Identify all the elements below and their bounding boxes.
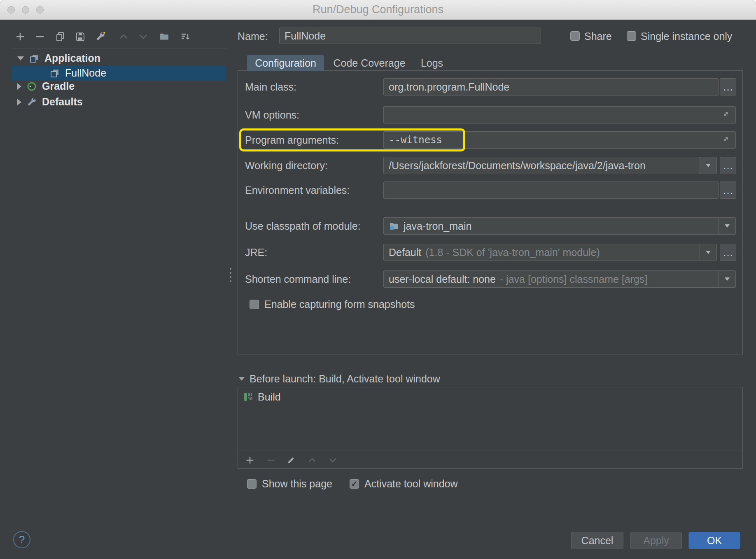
cancel-button[interactable]: Cancel	[571, 532, 623, 549]
before-launch-remove-button[interactable]	[265, 454, 277, 466]
name-label: Name:	[238, 30, 268, 42]
tree-item-defaults[interactable]: Defaults	[12, 94, 226, 109]
move-up-button[interactable]	[116, 29, 131, 44]
classpath-module-dropdown-button[interactable]	[719, 218, 735, 234]
build-item-label: Build	[258, 391, 281, 403]
before-launch-edit-button[interactable]	[285, 454, 297, 466]
before-launch-move-up-button[interactable]	[306, 454, 318, 466]
expand-field-icon[interactable]	[721, 109, 731, 121]
classpath-module-value: java-tron_main	[404, 220, 471, 232]
jre-value-hint: (1.8 - SDK of 'java-tron_main' module)	[425, 247, 600, 259]
copy-configuration-button[interactable]	[52, 29, 68, 44]
caret-down-icon	[725, 224, 730, 228]
remove-configuration-button[interactable]	[32, 29, 48, 44]
add-configuration-button[interactable]	[12, 29, 28, 44]
checkmark-icon: ✓	[351, 480, 358, 488]
pencil-icon	[286, 455, 296, 465]
capture-snapshots-checkbox[interactable]	[250, 300, 259, 309]
name-input[interactable]	[279, 28, 541, 44]
capture-snapshots-label: Enable capturing form snapshots	[264, 298, 415, 310]
program-arguments-label: Program arguments:	[245, 134, 339, 146]
shorten-value: user-local default: none	[389, 273, 496, 285]
splitter-handle[interactable]	[228, 264, 233, 286]
application-icon	[49, 68, 60, 79]
tree-item-label: Application	[44, 52, 100, 64]
create-folder-button[interactable]	[156, 29, 172, 44]
jre-label: JRE:	[245, 247, 267, 259]
plus-icon	[15, 31, 26, 42]
caret-down-icon	[725, 277, 730, 281]
show-this-page-label: Show this page	[262, 478, 332, 490]
shorten-value-hint: - java [options] classname [args]	[500, 273, 648, 285]
move-down-button[interactable]	[135, 29, 151, 44]
ellipsis-icon: …	[723, 246, 733, 259]
main-class-browse-button[interactable]: …	[720, 78, 736, 95]
help-button[interactable]: ?	[13, 531, 30, 548]
before-launch-move-down-button[interactable]	[327, 454, 339, 466]
tab-code-coverage[interactable]: Code Coverage	[327, 55, 412, 71]
shorten-command-line-label: Shorten command line:	[245, 273, 351, 285]
run-debug-configurations-dialog: Run/Debug Configurations Application Fu	[0, 0, 756, 559]
tree-item-label: FullNode	[65, 67, 106, 79]
expand-triangle-icon[interactable]	[17, 83, 21, 90]
single-instance-checkbox[interactable]	[627, 31, 636, 41]
shorten-command-line-combo[interactable]: user-local default: none - java [options…	[383, 270, 736, 288]
edit-defaults-button[interactable]	[93, 29, 108, 44]
module-icon	[389, 221, 399, 231]
vm-options-label: VM options:	[245, 109, 299, 121]
activate-tool-window-checkbox[interactable]: ✓	[350, 479, 359, 489]
classpath-module-label: Use classpath of module:	[245, 220, 361, 232]
show-this-page-checkbox[interactable]	[247, 479, 257, 489]
folder-icon	[159, 31, 170, 42]
main-class-input[interactable]	[383, 78, 719, 95]
shorten-dropdown-button[interactable]	[719, 271, 735, 287]
working-directory-dropdown-button[interactable]	[700, 157, 717, 174]
list-toolbar-divider	[238, 450, 742, 450]
sort-icon	[180, 31, 191, 42]
ellipsis-icon: …	[723, 184, 733, 197]
save-configuration-button[interactable]	[72, 29, 88, 44]
chevron-up-icon	[307, 455, 317, 465]
jre-dropdown-button[interactable]	[700, 244, 716, 261]
share-label: Share	[584, 30, 612, 42]
before-launch-item-build[interactable]: 01 10 Build	[243, 389, 281, 404]
configurations-tree: Application FullNode Gradle Defaults	[11, 49, 227, 520]
apply-button[interactable]: Apply	[630, 532, 682, 549]
tab-logs[interactable]: Logs	[415, 55, 449, 71]
program-arguments-input[interactable]	[383, 131, 736, 149]
save-icon	[75, 31, 86, 42]
collapse-triangle-icon[interactable]	[239, 377, 245, 381]
window-title: Run/Debug Configurations	[0, 0, 756, 19]
jre-value: Default	[389, 247, 421, 259]
chevron-down-icon	[138, 31, 149, 42]
plus-icon	[245, 455, 255, 465]
caret-down-icon	[706, 164, 711, 167]
environment-variables-input[interactable]	[383, 182, 719, 199]
tree-item-gradle[interactable]: Gradle	[12, 79, 226, 94]
jre-combo[interactable]: Default (1.8 - SDK of 'java-tron_main' m…	[383, 244, 717, 261]
expand-triangle-icon[interactable]	[17, 99, 21, 105]
before-launch-header[interactable]: Before launch: Build, Activate tool wind…	[239, 373, 742, 384]
activate-tool-window-label: Activate tool window	[364, 478, 458, 490]
jre-browse-button[interactable]: …	[720, 244, 736, 261]
tree-item-application[interactable]: Application	[12, 51, 226, 66]
tree-item-label: Gradle	[42, 80, 75, 92]
before-launch-add-button[interactable]	[244, 454, 256, 466]
svg-text:01: 01	[248, 393, 252, 397]
header-rule	[445, 379, 742, 379]
build-icon: 01 10	[243, 391, 254, 402]
tab-configuration[interactable]: Configuration	[247, 55, 324, 71]
working-directory-browse-button[interactable]: …	[720, 157, 736, 174]
ok-button[interactable]: OK	[688, 532, 740, 549]
sort-configurations-button[interactable]	[177, 29, 193, 44]
classpath-module-combo[interactable]: java-tron_main	[383, 217, 736, 235]
working-directory-input[interactable]	[383, 157, 700, 174]
gradle-icon	[26, 81, 37, 92]
copy-icon	[55, 31, 65, 42]
expand-field-icon[interactable]	[721, 134, 731, 146]
collapse-triangle-icon[interactable]	[17, 56, 24, 61]
environment-variables-label: Environment variables:	[245, 184, 350, 196]
vm-options-input[interactable]	[383, 106, 736, 123]
environment-variables-browse-button[interactable]: …	[720, 182, 736, 199]
share-checkbox[interactable]	[570, 31, 580, 41]
